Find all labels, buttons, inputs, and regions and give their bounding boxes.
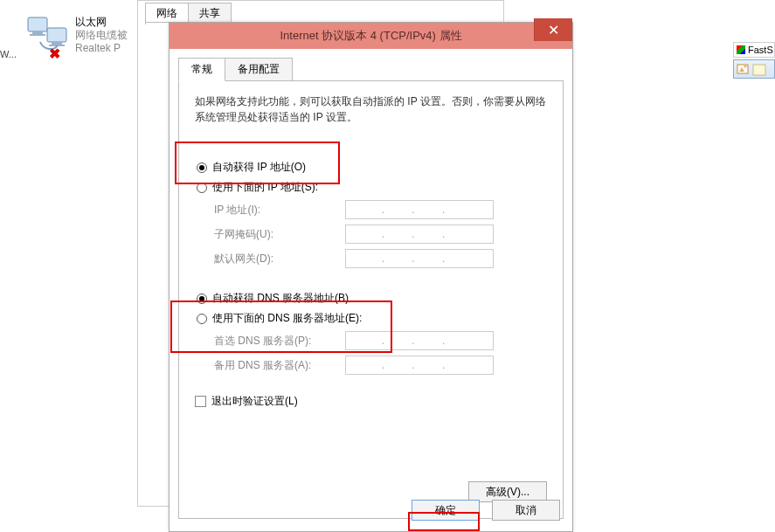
field-mask: 子网掩码(U): . . . (214, 225, 547, 244)
input-ip[interactable]: . . . (345, 200, 494, 219)
label-gw: 默认网关(D): (214, 252, 345, 266)
dialog-title: Internet 协议版本 4 (TCP/IPv4) 属性 (170, 28, 572, 44)
radio-auto-dns-label: 自动获得 DNS 服务器地址(B) (212, 291, 349, 306)
truncated-corner-label: W... (0, 49, 17, 59)
cancel-button-label: 取消 (516, 503, 536, 518)
svg-rect-3 (47, 28, 66, 42)
svg-rect-4 (52, 42, 62, 45)
titlebar[interactable]: Internet 协议版本 4 (TCP/IPv4) 属性 ✕ (170, 23, 572, 49)
close-icon: ✕ (548, 22, 559, 38)
svg-rect-8 (753, 65, 765, 75)
dialog-button-row: 确定 取消 (412, 500, 560, 521)
ok-button[interactable]: 确定 (412, 500, 480, 521)
field-dns1: 首选 DNS 服务器(P): . . . (214, 331, 547, 350)
faststone-logo-icon (737, 45, 745, 54)
validate-on-exit-row[interactable]: 退出时验证设置(L) (195, 394, 547, 409)
adapter-driver: Realtek P (75, 42, 128, 55)
advanced-button-label: 高级(V)... (486, 485, 529, 500)
field-gw: 默认网关(D): . . . (214, 249, 547, 268)
label-mask: 子网掩码(U): (214, 227, 345, 242)
field-ip: IP 地址(I): . . . (214, 200, 547, 219)
adapter-text: 以太网 网络电缆被 Realtek P (75, 16, 128, 55)
disconnected-x-icon: ✖ (49, 45, 60, 62)
validate-label: 退出时验证设置(L) (211, 394, 298, 409)
field-dns2: 备用 DNS 服务器(A): . . . (214, 356, 547, 375)
radio-auto-ip-row[interactable]: 自动获得 IP 地址(O) (197, 160, 547, 175)
label-dns1: 首选 DNS 服务器(P): (214, 334, 345, 349)
description-text: 如果网络支持此功能，则可以获取自动指派的 IP 设置。否则，你需要从网络系统管理… (195, 93, 547, 125)
svg-point-7 (744, 66, 747, 68)
radio-auto-ip-label: 自动获得 IP 地址(O) (212, 160, 306, 175)
tab-alternate[interactable]: 备用配置 (225, 58, 293, 81)
radio-auto-ip[interactable] (197, 162, 207, 173)
ipv4-properties-dialog: Internet 协议版本 4 (TCP/IPv4) 属性 ✕ 常规 备用配置 … (169, 22, 573, 532)
validate-checkbox[interactable] (195, 396, 206, 407)
label-ip: IP 地址(I): (214, 203, 345, 218)
radio-manual-ip-row[interactable]: 使用下面的 IP 地址(S): (197, 180, 547, 195)
faststone-label: FastS (748, 45, 773, 55)
adapter-title: 以太网 (75, 16, 128, 29)
ok-button-label: 确定 (435, 503, 456, 518)
inner-tabstrip: 常规 备用配置 (178, 58, 564, 81)
toolbar-icons (736, 62, 771, 78)
adapter-icon: ✖ (24, 16, 70, 56)
input-dns1[interactable]: . . . (345, 331, 494, 350)
radio-manual-ip[interactable] (197, 183, 207, 193)
input-mask[interactable]: . . . (345, 225, 494, 244)
radio-manual-dns[interactable] (197, 314, 207, 324)
faststone-fragment[interactable]: FastS (733, 42, 775, 58)
adapter-status: 网络电缆被 (75, 29, 128, 42)
radio-auto-dns-row[interactable]: 自动获得 DNS 服务器地址(B) (197, 291, 547, 306)
adapter-list-item[interactable]: ✖ 以太网 网络电缆被 Realtek P (24, 16, 138, 56)
radio-auto-dns[interactable] (197, 294, 207, 304)
cancel-button[interactable]: 取消 (492, 500, 560, 521)
input-gw[interactable]: . . . (345, 249, 494, 268)
input-dns2[interactable]: . . . (345, 356, 494, 375)
svg-rect-0 (28, 17, 47, 31)
dialog-client: 常规 备用配置 如果网络支持此功能，则可以获取自动指派的 IP 设置。否则，你需… (178, 58, 564, 491)
svg-rect-1 (32, 31, 43, 34)
tab-general[interactable]: 常规 (178, 58, 225, 81)
toolbar-fragment[interactable] (733, 59, 775, 79)
radio-manual-dns-label: 使用下面的 DNS 服务器地址(E): (212, 311, 362, 326)
svg-rect-2 (30, 34, 45, 36)
radio-manual-ip-label: 使用下面的 IP 地址(S): (212, 180, 318, 195)
radio-manual-dns-row[interactable]: 使用下面的 DNS 服务器地址(E): (197, 311, 547, 326)
general-panel: 如果网络支持此功能，则可以获取自动指派的 IP 设置。否则，你需要从网络系统管理… (178, 80, 564, 519)
label-dns2: 备用 DNS 服务器(A): (214, 358, 345, 373)
close-button[interactable]: ✕ (534, 18, 572, 41)
